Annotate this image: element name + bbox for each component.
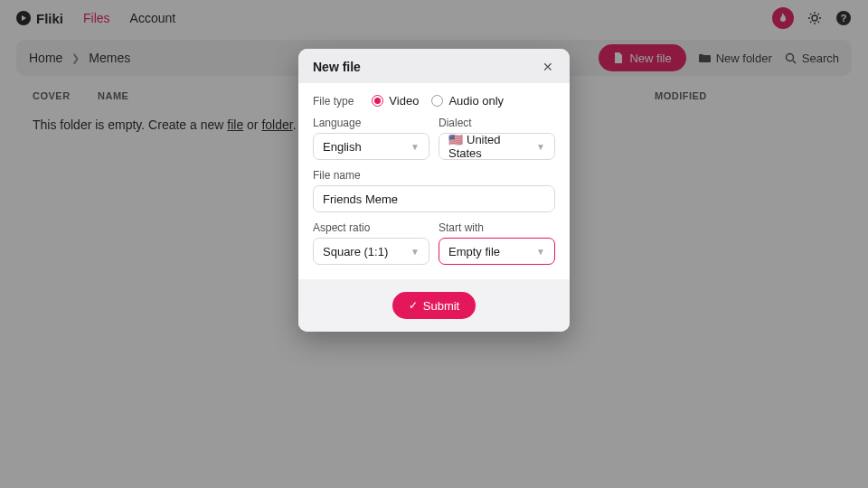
file-type-row: File type Video Audio only (313, 94, 555, 108)
submit-label: Submit (423, 299, 459, 313)
modal-overlay[interactable]: New file ✕ File type Video Audio only La… (0, 0, 868, 488)
chevron-down-icon: ▼ (536, 142, 545, 152)
chevron-down-icon: ▼ (410, 247, 420, 257)
radio-video-label: Video (389, 94, 419, 108)
check-icon: ✓ (409, 299, 418, 312)
aspect-label: Aspect ratio (313, 221, 429, 234)
new-file-modal: New file ✕ File type Video Audio only La… (298, 49, 570, 332)
startwith-field: Start with Empty file ▼ (439, 221, 555, 265)
language-value: English (323, 140, 362, 154)
radio-audio-label: Audio only (448, 94, 504, 108)
language-field: Language English ▼ (313, 117, 429, 160)
aspect-value: Square (1:1) (323, 245, 388, 258)
dialect-label: Dialect (439, 117, 555, 129)
radio-audio[interactable]: Audio only (431, 94, 504, 108)
radio-icon (431, 95, 443, 107)
file-type-label: File type (313, 95, 354, 108)
aspect-select[interactable]: Square (1:1) ▼ (313, 238, 429, 265)
filename-input[interactable]: Friends Meme (313, 185, 555, 212)
submit-button[interactable]: ✓ Submit (392, 292, 476, 319)
dialect-select[interactable]: 🇺🇸United States ▼ (439, 133, 555, 160)
modal-footer: ✓ Submit (298, 279, 570, 332)
modal-title: New file (313, 60, 361, 74)
startwith-select[interactable]: Empty file ▼ (439, 238, 555, 265)
radio-icon (372, 95, 383, 107)
aspect-field: Aspect ratio Square (1:1) ▼ (313, 221, 429, 265)
chevron-down-icon: ▼ (536, 247, 545, 257)
chevron-down-icon: ▼ (410, 142, 420, 152)
modal-header: New file ✕ (298, 49, 570, 83)
flag-icon: 🇺🇸 (448, 133, 463, 146)
dialect-field: Dialect 🇺🇸United States ▼ (439, 117, 555, 160)
filename-field: File name Friends Meme (313, 169, 555, 212)
close-icon[interactable]: ✕ (541, 60, 555, 74)
language-label: Language (313, 117, 429, 129)
filename-value: Friends Meme (323, 192, 398, 206)
startwith-label: Start with (439, 221, 555, 234)
startwith-value: Empty file (448, 245, 500, 258)
language-select[interactable]: English ▼ (313, 133, 429, 160)
radio-video[interactable]: Video (372, 94, 419, 108)
filename-label: File name (313, 169, 555, 182)
modal-body: File type Video Audio only Language Engl… (298, 83, 570, 279)
